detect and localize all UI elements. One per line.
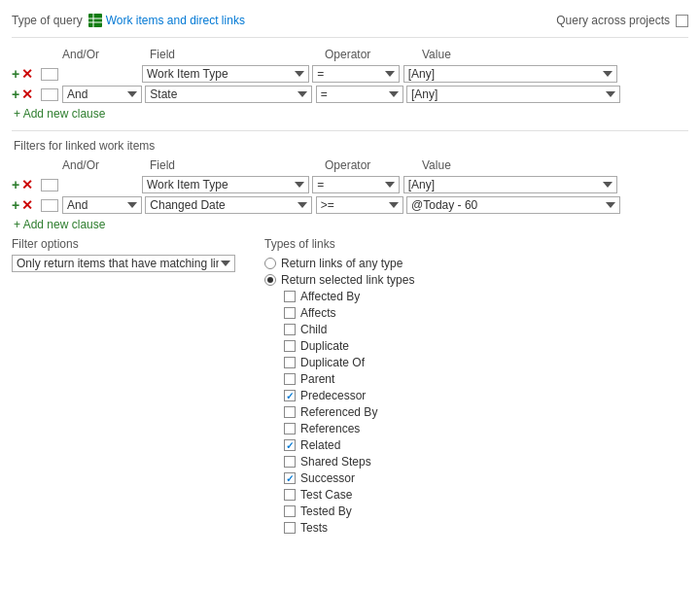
remove-row-1-button[interactable]: ✕ (21, 67, 33, 81)
cb-tested-by-input[interactable] (284, 505, 296, 517)
query-across-checkbox[interactable] (676, 15, 688, 27)
linked-row-2-checkbox[interactable] (41, 199, 58, 212)
linked-header-andor: And/Or (62, 158, 150, 172)
linked-remove-row-1-button[interactable]: ✕ (21, 178, 33, 191)
linked-header-operator: Operator (325, 158, 422, 172)
filter-options-select[interactable]: Only return items that have matching lin… (12, 255, 235, 272)
cb-related: Related (284, 438, 688, 452)
add-row-1-button[interactable]: + (12, 67, 19, 81)
page-wrapper: Type of query Work items and direct link… (0, 0, 700, 545)
linked-row-1-checkbox[interactable] (41, 179, 58, 191)
linked-remove-row-2-button[interactable]: ✕ (21, 198, 33, 212)
row-2-field-select[interactable]: State Work Item Type Changed Date (145, 86, 312, 103)
top-bar: Type of query Work items and direct link… (12, 8, 688, 38)
cb-successor: Successor (284, 471, 688, 485)
bottom-section: Filter options Only return items that ha… (12, 237, 688, 538)
row-2-value-select[interactable]: [Any] (406, 86, 620, 103)
cb-referenced-by-label: Referenced By (300, 405, 377, 419)
radio-selected-input[interactable] (264, 274, 276, 286)
cb-referenced-by-input[interactable] (284, 406, 296, 418)
linked-add-row-1-button[interactable]: + (12, 178, 19, 191)
row-1-actions: + ✕ (12, 67, 41, 81)
add-clause-label-1: + Add new clause (14, 107, 105, 121)
work-item-row-1: + ✕ Work Item Type State Changed Date = … (12, 65, 688, 83)
header-operator-1: Operator (325, 48, 422, 61)
row-2-operator-select[interactable]: = != >= (316, 86, 403, 103)
query-type-value[interactable]: Work items and direct links (106, 14, 245, 27)
radio-selected-label: Return selected link types (281, 273, 414, 287)
linked-row-2-operator-select[interactable]: >= = != (316, 196, 403, 214)
cb-successor-input[interactable] (284, 472, 296, 484)
cb-affected-by-input[interactable] (284, 291, 296, 302)
query-type-label: Type of query (12, 14, 83, 27)
cb-references-label: References (300, 422, 360, 435)
cb-references: References (284, 422, 688, 435)
cb-duplicate-of-input[interactable] (284, 357, 296, 368)
cb-referenced-by: Referenced By (284, 405, 688, 419)
cb-tests-label: Tests (300, 521, 328, 535)
linked-row-2-field-select[interactable]: Changed Date Work Item Type State (145, 196, 312, 214)
cb-test-case: Test Case (284, 488, 688, 502)
cb-related-input[interactable] (284, 439, 296, 451)
row-1-field-select[interactable]: Work Item Type State Changed Date (142, 65, 309, 83)
linked-add-row-2-button[interactable]: + (12, 198, 19, 212)
add-row-2-button[interactable]: + (12, 87, 19, 101)
cb-references-input[interactable] (284, 423, 296, 435)
cb-affects: Affects (284, 306, 688, 320)
cb-test-case-input[interactable] (284, 489, 296, 501)
radio-any-input[interactable] (264, 258, 276, 269)
cb-duplicate-of-label: Duplicate Of (300, 356, 365, 369)
linked-row-2-andor-select[interactable]: And Or (62, 196, 142, 214)
work-items-section: And/Or Field Operator Value + ✕ Work Ite… (12, 46, 688, 121)
add-clause-link-2[interactable]: + Add new clause (12, 218, 688, 231)
query-across-label: Query across projects (556, 14, 670, 27)
types-of-links-label: Types of links (264, 237, 688, 251)
cb-tested-by: Tested By (284, 504, 688, 518)
linked-row-1: + ✕ Work Item Type State Changed Date = … (12, 176, 688, 193)
cb-tests-input[interactable] (284, 522, 296, 534)
top-bar-right: Query across projects (556, 14, 688, 27)
cb-shared-steps-label: Shared Steps (300, 455, 371, 469)
linked-items-section: And/Or Field Operator Value + ✕ Work Ite… (12, 156, 688, 231)
linked-items-headers: And/Or Field Operator Value (12, 156, 688, 174)
linked-row-2-value-select[interactable]: @Today - 60 (406, 196, 620, 214)
cb-duplicate-of: Duplicate Of (284, 356, 688, 369)
linked-section-label: Filters for linked work items (12, 139, 688, 153)
add-clause-link-1[interactable]: + Add new clause (12, 107, 688, 121)
cb-shared-steps-input[interactable] (284, 456, 296, 468)
cb-child-label: Child (300, 323, 327, 336)
linked-row-1-operator-select[interactable]: = != >= (312, 176, 400, 193)
cb-affects-label: Affects (300, 306, 335, 320)
row-2-andor-select[interactable]: And Or (62, 86, 142, 103)
svg-rect-0 (88, 14, 102, 27)
cb-related-label: Related (300, 438, 340, 452)
cb-predecessor-input[interactable] (284, 390, 296, 401)
cb-duplicate-input[interactable] (284, 340, 296, 352)
cb-tested-by-label: Tested By (300, 504, 352, 518)
add-clause-label-2: + Add new clause (14, 218, 105, 231)
linked-row-1-value-select[interactable]: [Any] (403, 176, 617, 193)
cb-shared-steps: Shared Steps (284, 455, 688, 469)
cb-parent-input[interactable] (284, 373, 296, 385)
row-1-operator-select[interactable]: = != >= (312, 65, 400, 83)
cb-child-input[interactable] (284, 324, 296, 335)
header-andor-1: And/Or (62, 48, 150, 61)
cb-predecessor-label: Predecessor (300, 389, 366, 402)
cb-child: Child (284, 323, 688, 336)
row-2-actions: + ✕ (12, 87, 41, 101)
header-value-1: Value (422, 48, 688, 61)
header-field-1: Field (150, 48, 325, 61)
types-of-links-col: Types of links Return links of any type … (264, 237, 688, 538)
remove-row-2-button[interactable]: ✕ (21, 87, 33, 101)
row-1-value-select[interactable]: [Any] (403, 65, 617, 83)
table-icon (88, 14, 102, 27)
cb-duplicate: Duplicate (284, 339, 688, 353)
row-2-checkbox[interactable] (41, 88, 58, 101)
cb-affects-input[interactable] (284, 307, 296, 319)
cb-affected-by: Affected By (284, 290, 688, 303)
linked-row-1-field-select[interactable]: Work Item Type State Changed Date (142, 176, 309, 193)
work-items-headers: And/Or Field Operator Value (12, 46, 688, 63)
row-1-checkbox[interactable] (41, 68, 58, 81)
link-type-checkboxes: Affected By Affects Child Duplicate Dupl… (264, 290, 688, 535)
radio-return-any: Return links of any type (264, 257, 688, 270)
